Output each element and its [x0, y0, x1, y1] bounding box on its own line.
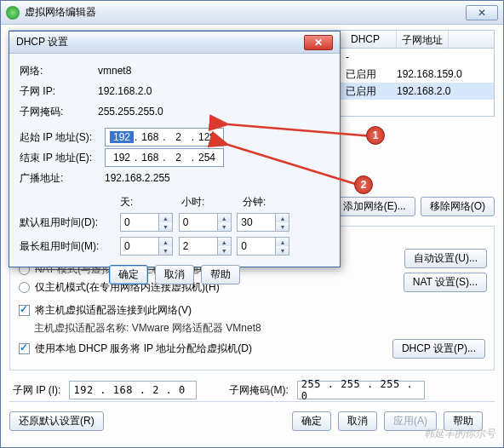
watermark-text: 韩延丰的你尔号	[424, 427, 495, 441]
annotation-badge-2: 2	[354, 175, 373, 194]
annotation-overlay	[0, 0, 504, 448]
svg-line-0	[228, 124, 373, 136]
annotation-badge-1: 1	[366, 126, 385, 145]
svg-line-1	[228, 145, 361, 186]
